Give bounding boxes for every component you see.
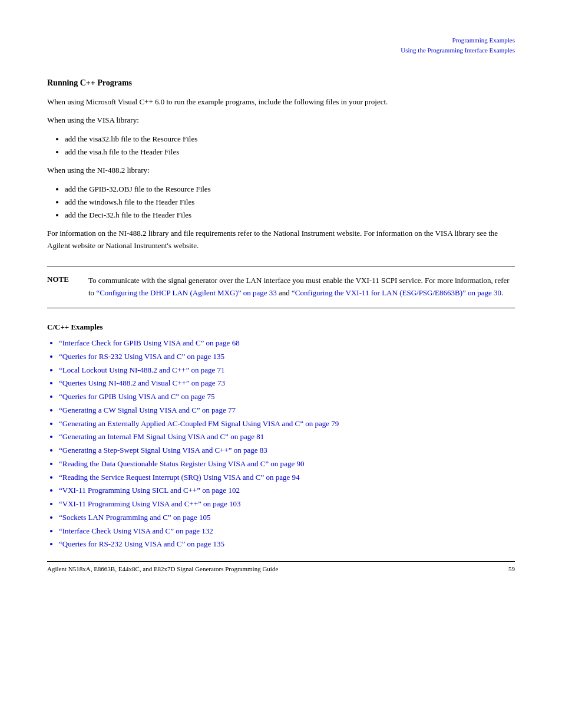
visa-intro: When using the VISA library: (47, 114, 515, 127)
intro-paragraph: When using Microsoft Visual C++ 6.0 to r… (47, 96, 515, 108)
info-paragraph: For information on the NI-488.2 library … (47, 228, 515, 252)
page-footer: Agilent N518xA, E8663B, E44x8C, and E82x… (47, 561, 515, 572)
list-item[interactable]: “Generating an Externally Applied AC-Cou… (59, 417, 515, 431)
note-link2[interactable]: “Configuring the VXI-11 for LAN (ESG/PSG… (292, 288, 501, 297)
list-item[interactable]: “Local Lockout Using NI-488.2 and C++” o… (59, 364, 515, 377)
list-item: add the visa32.lib file to the Resource … (65, 133, 515, 146)
list-item: add the Deci-32.h file to the Header Fil… (65, 209, 515, 222)
list-item: add the visa.h file to the Header Files (65, 146, 515, 159)
visa-bullet-list: add the visa32.lib file to the Resource … (65, 133, 515, 159)
cpp-examples-title: C/C++ Examples (47, 322, 515, 332)
note-link1[interactable]: “Configuring the DHCP LAN (Agilent MXG)”… (96, 288, 276, 297)
cpp-examples-list: “Interface Check for GPIB Using VISA and… (59, 337, 515, 551)
list-item[interactable]: “VXI-11 Programming Using VISA and C++” … (59, 498, 515, 511)
note-box: NOTE To communicate with the signal gene… (47, 266, 515, 308)
list-item[interactable]: “Generating a CW Signal Using VISA and C… (59, 404, 515, 417)
list-item[interactable]: “Generating a Step-Swept Signal Using VI… (59, 444, 515, 457)
section-title: Running C++ Programs (47, 78, 515, 88)
list-item[interactable]: “Reading the Data Questionable Status Re… (59, 457, 515, 471)
list-item[interactable]: “Reading the Service Request Interrupt (… (59, 471, 515, 485)
note-text: To communicate with the signal generator… (88, 275, 515, 299)
footer-left: Agilent N518xA, E8663B, E44x8C, and E82x… (47, 565, 278, 572)
header-line1: Programming Examples (47, 35, 515, 45)
list-item[interactable]: “Generating an Internal FM Signal Using … (59, 430, 515, 444)
note-text-mid: and (277, 288, 292, 297)
list-item: add the windows.h file to the Header Fil… (65, 196, 515, 209)
footer-right: 59 (508, 565, 515, 572)
list-item[interactable]: “VXI-11 Programming Using SICL and C++” … (59, 484, 515, 498)
ni-intro: When using the NI-488.2 library: (47, 164, 515, 177)
list-item[interactable]: “Queries Using NI-488.2 and Visual C++” … (59, 377, 515, 390)
list-item[interactable]: “Interface Check for GPIB Using VISA and… (59, 337, 515, 350)
ni-bullet-list: add the GPIB-32.OBJ file to the Resource… (65, 183, 515, 222)
list-item[interactable]: “Interface Check Using VISA and C” on pa… (59, 525, 515, 538)
note-text-end: . (501, 288, 503, 297)
header-line2: Using the Programming Interface Examples (47, 45, 515, 55)
list-item[interactable]: “Queries for GPIB Using VISA and C” on p… (59, 390, 515, 404)
page-header: Programming Examples Using the Programmi… (47, 35, 515, 55)
list-item[interactable]: “Queries for RS-232 Using VISA and C” on… (59, 350, 515, 364)
list-item[interactable]: “Queries for RS-232 Using VISA and C” on… (59, 538, 515, 551)
note-label: NOTE (47, 275, 77, 299)
page: Programming Examples Using the Programmi… (0, 0, 562, 590)
list-item: add the GPIB-32.OBJ file to the Resource… (65, 183, 515, 196)
list-item[interactable]: “Sockets LAN Programming and C” on page … (59, 511, 515, 525)
